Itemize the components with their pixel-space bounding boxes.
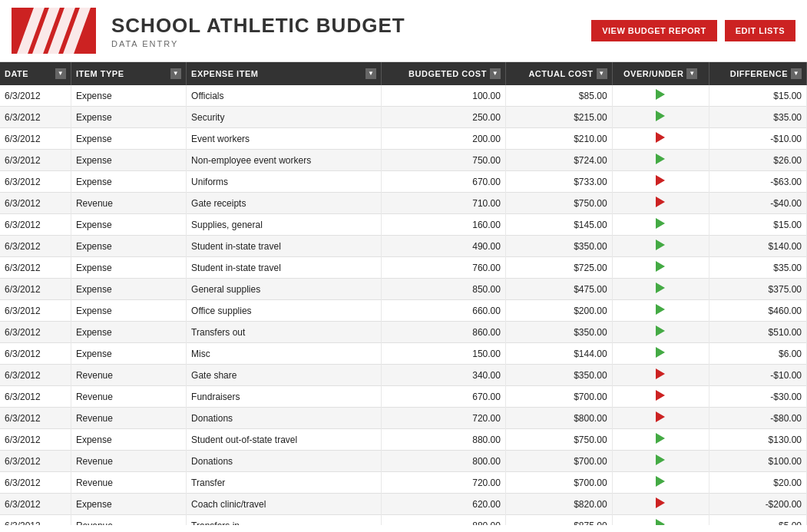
flag-icon	[654, 218, 666, 229]
cell-budgetedcost: 880.00	[382, 515, 506, 526]
cell-date: 6/3/2012	[0, 472, 71, 494]
cell-actualcost: $85.00	[505, 85, 612, 107]
cell-actualcost: $725.00	[505, 257, 612, 279]
cell-difference: $6.00	[709, 343, 806, 365]
table-row: 6/3/2012 Expense General supplies 850.00…	[0, 279, 807, 300]
cell-expenseitem: Misc	[187, 343, 382, 365]
cell-difference: $15.00	[709, 214, 806, 236]
flag-icon	[654, 411, 666, 422]
cell-actualcost: $733.00	[505, 171, 612, 193]
cell-overunder	[612, 257, 709, 279]
cell-itemtype: Expense	[71, 494, 186, 515]
budget-table: DATE ▼ ITEM TYPE ▼ EXPENSE ITEM ▼	[0, 62, 807, 525]
col-header-actualcost[interactable]: ACTUAL COST ▼	[505, 62, 612, 85]
cell-budgetedcost: 100.00	[382, 85, 506, 107]
cell-budgetedcost: 720.00	[382, 408, 506, 429]
cell-actualcost: $875.00	[505, 515, 612, 526]
cell-itemtype: Revenue	[71, 193, 186, 214]
table-row: 6/3/2012 Revenue Transfers in 880.00 $87…	[0, 515, 807, 526]
cell-actualcost: $475.00	[505, 279, 612, 300]
edit-lists-button[interactable]: EDIT LISTS	[725, 20, 795, 41]
cell-budgetedcost: 250.00	[382, 107, 506, 128]
cell-overunder	[612, 365, 709, 386]
cell-actualcost: $724.00	[505, 150, 612, 171]
col-header-expenseitem[interactable]: EXPENSE ITEM ▼	[187, 62, 382, 85]
flag-icon	[654, 476, 666, 487]
table-row: 6/3/2012 Expense Uniforms 670.00 $733.00…	[0, 171, 807, 193]
table-row: 6/3/2012 Expense Office supplies 660.00 …	[0, 300, 807, 322]
actualcost-dropdown-icon[interactable]: ▼	[597, 68, 607, 79]
flag-icon	[654, 175, 666, 186]
cell-itemtype: Expense	[71, 150, 186, 171]
cell-actualcost: $215.00	[505, 107, 612, 128]
flag-icon	[654, 304, 666, 315]
cell-itemtype: Expense	[71, 214, 186, 236]
cell-itemtype: Expense	[71, 257, 186, 279]
header: SCHOOL ATHLETIC BUDGET DATA ENTRY VIEW B…	[0, 0, 807, 62]
flag-icon	[654, 240, 666, 250]
cell-expenseitem: Transfer	[187, 472, 382, 494]
table-header-row: DATE ▼ ITEM TYPE ▼ EXPENSE ITEM ▼	[0, 62, 807, 85]
cell-overunder	[612, 236, 709, 257]
cell-itemtype: Expense	[71, 85, 186, 107]
cell-overunder	[612, 300, 709, 322]
cell-budgetedcost: 800.00	[382, 451, 506, 472]
flag-icon	[654, 111, 666, 121]
col-header-itemtype[interactable]: ITEM TYPE ▼	[71, 62, 186, 85]
cell-actualcost: $820.00	[505, 494, 612, 515]
difference-dropdown-icon[interactable]: ▼	[791, 68, 802, 79]
cell-date: 6/3/2012	[0, 128, 71, 150]
cell-itemtype: Expense	[71, 343, 186, 365]
cell-budgetedcost: 760.00	[382, 257, 506, 279]
expenseitem-dropdown-icon[interactable]: ▼	[365, 68, 376, 79]
cell-difference: -$40.00	[709, 193, 806, 214]
cell-difference: -$30.00	[709, 386, 806, 408]
cell-expenseitem: Coach clinic/travel	[187, 494, 382, 515]
cell-itemtype: Expense	[71, 107, 186, 128]
date-dropdown-icon[interactable]: ▼	[55, 68, 66, 79]
col-header-budgetedcost[interactable]: BUDGETED COST ▼	[382, 62, 506, 85]
cell-date: 6/3/2012	[0, 386, 71, 408]
cell-expenseitem: Transfers in	[187, 515, 382, 526]
table-container: DATE ▼ ITEM TYPE ▼ EXPENSE ITEM ▼	[0, 62, 807, 525]
cell-difference: -$200.00	[709, 494, 806, 515]
cell-date: 6/3/2012	[0, 429, 71, 451]
cell-actualcost: $145.00	[505, 214, 612, 236]
cell-difference: $35.00	[709, 107, 806, 128]
cell-itemtype: Expense	[71, 300, 186, 322]
cell-actualcost: $350.00	[505, 365, 612, 386]
cell-expenseitem: Officials	[187, 85, 382, 107]
itemtype-dropdown-icon[interactable]: ▼	[170, 68, 181, 79]
flag-icon	[654, 347, 666, 358]
table-row: 6/3/2012 Expense Misc 150.00 $144.00 $6.…	[0, 343, 807, 365]
cell-difference: $15.00	[709, 85, 806, 107]
col-header-date[interactable]: DATE ▼	[0, 62, 71, 85]
cell-overunder	[612, 279, 709, 300]
view-budget-report-button[interactable]: VIEW BUDGET REPORT	[591, 20, 717, 41]
table-row: 6/3/2012 Expense Non-employee event work…	[0, 150, 807, 171]
cell-itemtype: Revenue	[71, 451, 186, 472]
overunder-dropdown-icon[interactable]: ▼	[686, 68, 697, 79]
cell-overunder	[612, 515, 709, 526]
cell-actualcost: $350.00	[505, 322, 612, 343]
cell-date: 6/3/2012	[0, 85, 71, 107]
cell-difference: $5.00	[709, 515, 806, 526]
cell-date: 6/3/2012	[0, 171, 71, 193]
cell-difference: -$63.00	[709, 171, 806, 193]
cell-expenseitem: Uniforms	[187, 171, 382, 193]
cell-budgetedcost: 750.00	[382, 150, 506, 171]
col-header-difference[interactable]: DIFFERENCE ▼	[709, 62, 806, 85]
cell-date: 6/3/2012	[0, 515, 71, 526]
flag-icon	[654, 197, 666, 207]
budgetedcost-dropdown-icon[interactable]: ▼	[490, 68, 501, 79]
cell-budgetedcost: 670.00	[382, 171, 506, 193]
app-subtitle: DATA ENTRY	[111, 39, 591, 48]
flag-icon	[654, 283, 666, 293]
table-row: 6/3/2012 Expense Student in-state travel…	[0, 257, 807, 279]
cell-actualcost: $350.00	[505, 236, 612, 257]
cell-difference: -$10.00	[709, 128, 806, 150]
cell-itemtype: Expense	[71, 236, 186, 257]
col-header-overunder[interactable]: OVER/UNDER ▼	[612, 62, 709, 85]
cell-overunder	[612, 193, 709, 214]
cell-itemtype: Revenue	[71, 408, 186, 429]
